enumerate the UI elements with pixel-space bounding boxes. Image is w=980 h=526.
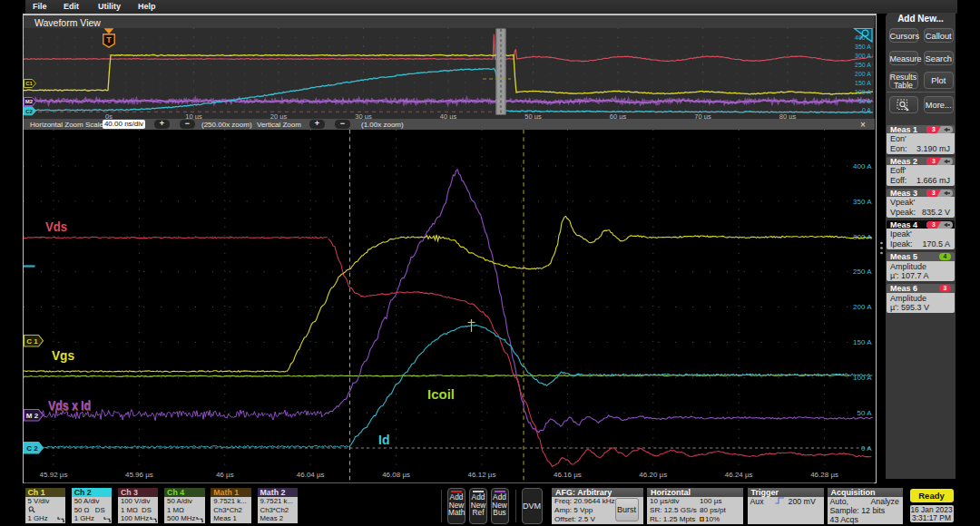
svg-text:3: 3 xyxy=(944,285,947,291)
svg-text:350 A: 350 A xyxy=(853,198,872,206)
svg-text:T: T xyxy=(106,34,112,44)
svg-text:70 µs: 70 µs xyxy=(694,112,711,119)
svg-text:200 A: 200 A xyxy=(855,71,871,77)
svg-text:30 µs: 30 µs xyxy=(355,112,372,119)
svg-text:150 A: 150 A xyxy=(853,338,872,346)
svg-text:50 A: 50 A xyxy=(858,97,871,103)
svg-text:0 A: 0 A xyxy=(861,444,872,453)
svg-text:300 A: 300 A xyxy=(855,53,871,59)
svg-text:4: 4 xyxy=(944,253,947,259)
svg-text:100 A: 100 A xyxy=(855,88,871,94)
svg-text:M 2: M 2 xyxy=(26,412,39,420)
svg-text:Id: Id xyxy=(378,432,390,447)
svg-text:Icoil: Icoil xyxy=(427,386,455,402)
svg-text:46.24 µs: 46.24 µs xyxy=(725,471,753,479)
svg-text:Vds: Vds xyxy=(45,219,67,234)
svg-text:3: 3 xyxy=(932,158,936,164)
svg-text:50 A: 50 A xyxy=(857,409,872,417)
svg-text:250 A: 250 A xyxy=(853,268,872,276)
svg-text:45.92 µs: 45.92 µs xyxy=(40,471,68,479)
svg-text:40 µs: 40 µs xyxy=(440,112,457,119)
svg-text:46.20 µs: 46.20 µs xyxy=(639,471,667,479)
svg-text:0s: 0s xyxy=(105,112,113,119)
svg-text:C1: C1 xyxy=(25,81,33,86)
svg-text:300 A: 300 A xyxy=(853,233,872,241)
svg-text:46.28 µs: 46.28 µs xyxy=(810,471,838,479)
svg-text:0 A: 0 A xyxy=(862,107,871,113)
svg-text:C2: C2 xyxy=(25,108,33,113)
svg-text:Vds x Id: Vds x Id xyxy=(48,397,91,413)
svg-text:Vgs: Vgs xyxy=(52,347,74,363)
svg-text:400 A: 400 A xyxy=(853,162,872,170)
svg-text:50 µs: 50 µs xyxy=(524,112,542,119)
svg-text:150 A: 150 A xyxy=(855,79,871,85)
svg-text:20 µs: 20 µs xyxy=(270,112,288,119)
svg-text:M2: M2 xyxy=(25,99,34,104)
svg-text:3: 3 xyxy=(932,190,936,196)
svg-text:46.08 µs: 46.08 µs xyxy=(382,471,410,479)
svg-text:60 µs: 60 µs xyxy=(610,112,627,119)
svg-text:46 µs: 46 µs xyxy=(216,471,234,479)
svg-text:46.16 µs: 46.16 µs xyxy=(554,471,582,479)
svg-text:C 1: C 1 xyxy=(26,337,38,346)
svg-text:10 µs: 10 µs xyxy=(185,112,202,119)
svg-text:250 A: 250 A xyxy=(855,62,871,68)
svg-text:3: 3 xyxy=(932,221,936,228)
svg-text:80 µs: 80 µs xyxy=(779,112,797,119)
svg-text:C 2: C 2 xyxy=(26,444,38,453)
svg-text:45.96 µs: 45.96 µs xyxy=(125,471,153,479)
svg-text:46.04 µs: 46.04 µs xyxy=(297,471,325,479)
svg-text:200 A: 200 A xyxy=(853,303,872,311)
svg-text:350 A: 350 A xyxy=(855,43,871,49)
svg-text:46.12 µs: 46.12 µs xyxy=(468,471,496,479)
svg-text:3: 3 xyxy=(932,126,936,132)
